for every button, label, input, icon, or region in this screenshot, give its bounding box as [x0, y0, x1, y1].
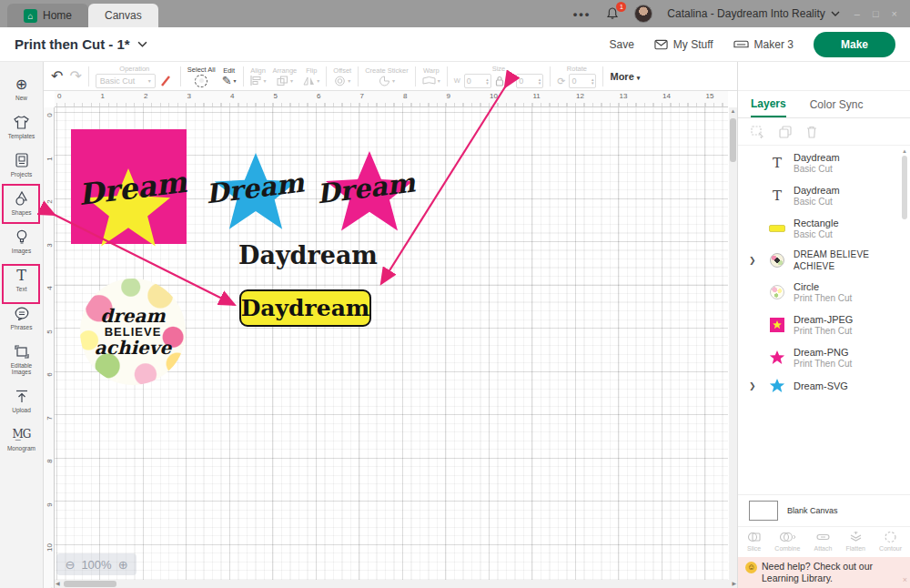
redo-button[interactable]: ↷ [69, 71, 81, 82]
create-sticker-group[interactable]: Create Sticker ▾ [365, 66, 409, 86]
vertical-scrollbar-thumb[interactable] [730, 118, 736, 162]
offset-icon [334, 76, 346, 86]
layer-row-circle[interactable]: CirclePrint Then Cut [738, 276, 904, 309]
sidebar-item-upload[interactable]: Upload [0, 381, 44, 420]
tab-layers[interactable]: Layers [751, 91, 786, 117]
zoom-in-button[interactable]: ⊕ [118, 558, 128, 572]
size-w-input[interactable]: 0▴▾ [464, 74, 491, 88]
ruler-tick-label: 1 [101, 92, 105, 100]
save-button[interactable]: Save [609, 38, 633, 51]
rotate-icon: ⟳ [557, 76, 565, 86]
duplicate-icon[interactable] [779, 126, 792, 138]
warp-group[interactable]: Warp ▾ [422, 66, 440, 86]
project-title[interactable]: Print then Cut - 1* [15, 36, 147, 52]
sidebar-item-new[interactable]: ⊕ New [0, 69, 44, 107]
layers-scrollbar-thumb[interactable] [902, 156, 907, 219]
close-button[interactable]: × [892, 8, 897, 19]
rotate-group: Rotate ⟳ 0▴▾ [557, 65, 596, 88]
layer-row-dream-svg[interactable]: ❯ Dream-SVG [738, 374, 904, 398]
layer-row-dream-png[interactable]: Dream-PNGPrint Then Cut [738, 341, 904, 374]
sidebar-item-images[interactable]: Images [0, 222, 44, 260]
my-stuff-button[interactable]: My Stuff [654, 38, 713, 51]
account-menu[interactable]: Catalina - Daydream Into Reality [667, 7, 839, 20]
size-h-label: H [508, 76, 512, 85]
lock-icon[interactable] [495, 76, 504, 86]
sidebar-item-text[interactable]: T Text [0, 260, 44, 299]
select-layers-icon[interactable] [751, 126, 764, 138]
tab-color-sync[interactable]: Color Sync [810, 92, 864, 117]
contour-button[interactable]: Contour [879, 531, 902, 552]
tab-home[interactable]: ⌂ Home [7, 4, 88, 27]
maximize-button[interactable]: □ [873, 8, 879, 19]
ruler-tick-label: 10 [490, 92, 498, 100]
layer-row-dream-jpeg[interactable]: Dream-JPEGPrint Then Cut [738, 309, 904, 341]
more-button[interactable]: More ▾ [610, 71, 640, 82]
ruler-tick-label: 2 [144, 92, 147, 100]
pen-icon [159, 75, 172, 87]
avatar[interactable] [634, 5, 652, 23]
edit-group[interactable]: Edit ✎▾ [222, 66, 237, 86]
ruler-tick-label: 2 [46, 197, 54, 208]
chevron-down-icon [831, 11, 840, 16]
layers-scrollbar[interactable]: ▲ [901, 148, 908, 330]
object-dream-believe-achieve-badge[interactable]: dream BELIEVE achieve [80, 279, 186, 385]
layer-row-dream-believe-achieve[interactable]: ❯ DREAM BELIEVE ACHIEVE [738, 245, 904, 276]
sidebar-item-templates[interactable]: Templates [0, 107, 44, 146]
size-h-input[interactable]: 0▴▾ [516, 74, 543, 88]
blank-canvas-row[interactable]: Blank Canvas [738, 494, 910, 526]
tab-canvas[interactable]: Canvas [88, 4, 158, 27]
object-daydream-text[interactable]: Daydream [238, 241, 368, 269]
canvas-area[interactable]: 012345678910111213141516 01234567891011 … [44, 91, 737, 588]
horizontal-scrollbar-thumb[interactable] [64, 581, 116, 587]
flip-label: Flip [306, 66, 317, 75]
object-daydream-boxed[interactable]: Daydream [239, 289, 371, 327]
align-group[interactable]: Align ▾ [250, 66, 267, 86]
sidebar-item-editable-images[interactable]: Editable Images [0, 337, 44, 381]
layer-name: Rectangle [794, 218, 839, 229]
help-banner[interactable]: ☺ Need help? Check out our Learning Libr… [738, 557, 910, 588]
sidebar-item-label: Phrases [11, 324, 33, 330]
notifications-bell-icon[interactable]: 1 [605, 6, 620, 21]
select-all-group[interactable]: Select All [187, 66, 216, 87]
zoom-out-button[interactable]: ⊖ [65, 558, 75, 572]
machine-label: Maker 3 [754, 38, 794, 51]
blank-canvas-label: Blank Canvas [787, 506, 838, 515]
badge-line-3: achieve [95, 339, 171, 357]
expand-chevron-icon[interactable]: ❯ [749, 256, 756, 265]
sidebar-item-projects[interactable]: Projects [0, 146, 44, 184]
vertical-scrollbar[interactable]: ▲ ▼ [729, 107, 737, 588]
flip-group[interactable]: Flip ▾ [303, 66, 319, 86]
overflow-menu-icon[interactable]: ••• [573, 7, 592, 21]
ruler-tick-label: 9 [447, 92, 450, 100]
make-button[interactable]: Make [814, 32, 895, 57]
layer-name: Dream-SVG [794, 380, 848, 392]
combine-button[interactable]: Combine [774, 531, 800, 552]
attach-button[interactable]: Attach [814, 531, 833, 552]
layer-row-daydream-1[interactable]: T DaydreamBasic Cut [738, 147, 904, 179]
banner-close-icon[interactable]: × [903, 574, 907, 586]
templates-icon [14, 114, 30, 130]
layer-row-daydream-2[interactable]: T DaydreamBasic Cut [738, 179, 904, 212]
horizontal-scrollbar[interactable]: ◀ ▶ [55, 580, 737, 588]
align-icon [250, 76, 262, 86]
sidebar-item-monogram[interactable]: M̲G Monogram [0, 420, 44, 458]
slice-button[interactable]: Slice [747, 531, 761, 552]
color-swatch[interactable] [157, 74, 174, 88]
layer-row-rectangle[interactable]: RectangleBasic Cut [738, 212, 904, 245]
rotate-input[interactable]: 0▴▾ [569, 74, 596, 88]
flip-icon [303, 76, 315, 86]
operation-select[interactable]: Basic Cut▾ [96, 74, 156, 88]
trash-icon[interactable] [806, 126, 817, 138]
offset-group[interactable]: Offset ▾ [333, 66, 351, 86]
layer-name: Dream-JPEG [794, 314, 853, 326]
expand-chevron-icon[interactable]: ❯ [749, 381, 756, 390]
undo-button[interactable]: ↶ [51, 71, 63, 82]
layers-panel-bottom: Blank Canvas Slice Combine Attach Flatt [738, 494, 910, 557]
minimize-button[interactable]: – [854, 8, 860, 19]
sidebar-item-shapes[interactable]: Shapes [0, 184, 44, 222]
machine-selector[interactable]: Maker 3 [733, 38, 794, 51]
sidebar-item-phrases[interactable]: Phrases [0, 299, 44, 337]
arrange-group[interactable]: Arrange ▾ [273, 66, 298, 86]
text-layer-icon: T [769, 155, 785, 171]
flatten-button[interactable]: Flatten [846, 531, 865, 552]
